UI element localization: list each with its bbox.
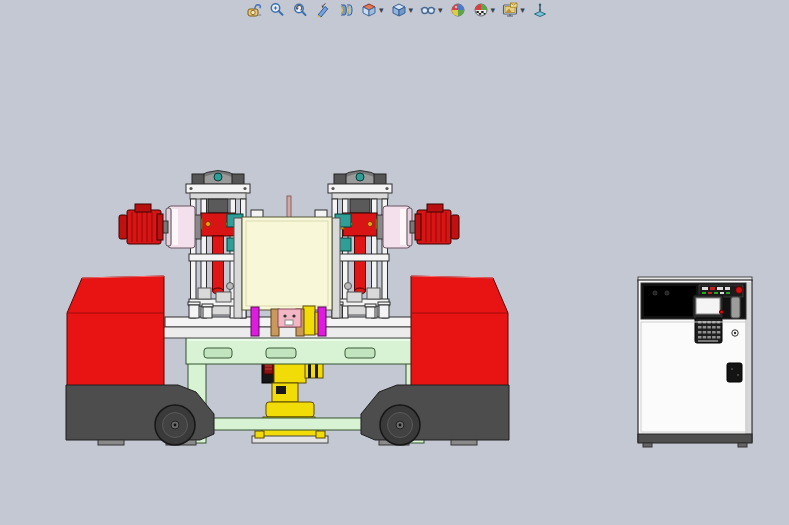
display-style-icon xyxy=(391,2,407,18)
section-view-icon xyxy=(338,2,354,18)
left-drive-base[interactable] xyxy=(66,385,214,445)
section-view-button[interactable] xyxy=(338,1,354,19)
zoom-to-area-button[interactable] xyxy=(269,1,285,19)
display-style-button[interactable]: ▾ xyxy=(391,1,414,19)
hide-show-items-button[interactable]: ▾ xyxy=(420,1,443,19)
measure-icon xyxy=(246,2,262,18)
control-cabinet[interactable] xyxy=(638,277,752,447)
view-toolbar: ▾▾▾▾▾ xyxy=(246,1,548,19)
view-settings-button[interactable]: ▾ xyxy=(502,1,525,19)
viewport[interactable] xyxy=(0,0,789,525)
side-switch-box[interactable] xyxy=(727,363,742,382)
center-platen[interactable] xyxy=(234,196,340,318)
previous-view-button[interactable] xyxy=(292,1,308,19)
zoom-to-selection-icon xyxy=(315,2,331,18)
teach-pendant[interactable] xyxy=(693,295,724,343)
apply-scene-button[interactable]: ▾ xyxy=(473,1,496,19)
dropdown-arrow-icon[interactable]: ▾ xyxy=(491,2,496,18)
dropdown-arrow-icon[interactable]: ▾ xyxy=(520,2,525,18)
view-orientation-icon xyxy=(361,2,377,18)
right-drive-base[interactable] xyxy=(361,385,509,445)
dropdown-arrow-icon[interactable]: ▾ xyxy=(438,2,443,18)
dropdown-arrow-icon[interactable]: ▾ xyxy=(379,2,384,18)
measure-button[interactable] xyxy=(246,1,262,19)
edit-appearance-icon xyxy=(450,2,466,18)
door-handle[interactable] xyxy=(731,297,740,318)
emergency-stop-button[interactable] xyxy=(736,287,743,294)
machine-assembly[interactable] xyxy=(66,171,509,446)
door-knob[interactable] xyxy=(732,330,738,336)
zoom-to-selection-button[interactable] xyxy=(315,1,331,19)
wheel xyxy=(155,405,195,445)
view-orientation-button[interactable]: ▾ xyxy=(361,1,384,19)
left-cover[interactable] xyxy=(67,276,164,387)
normal-to-button[interactable] xyxy=(532,1,548,19)
previous-view-icon xyxy=(292,2,308,18)
left-gear-motor[interactable] xyxy=(119,204,168,244)
table-top[interactable] xyxy=(186,337,426,364)
apply-scene-icon xyxy=(473,2,489,18)
zoom-to-area-icon xyxy=(269,2,285,18)
right-cover[interactable] xyxy=(411,276,508,387)
normal-to-icon xyxy=(532,2,548,18)
hide-show-items-icon xyxy=(420,2,436,18)
view-settings-icon xyxy=(502,2,518,18)
dropdown-arrow-icon[interactable]: ▾ xyxy=(409,2,414,18)
edit-appearance-button[interactable] xyxy=(450,1,466,19)
